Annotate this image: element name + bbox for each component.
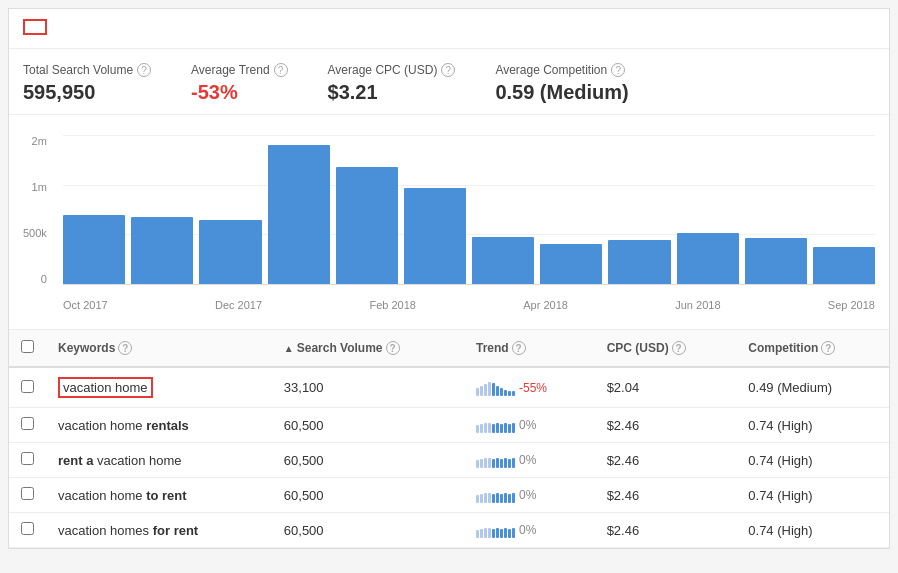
th-competition-label: Competition [748, 341, 818, 355]
row-checkbox-cell-3 [9, 478, 46, 513]
x-label-0: Oct 2017 [63, 299, 108, 311]
trend-bars-icon [476, 380, 515, 396]
bar-9 [677, 233, 739, 285]
trend-mini-bar [476, 495, 479, 503]
competition-cell-0: 0.49 (Medium) [736, 367, 889, 408]
sort-arrow-icon: ▲ [284, 343, 294, 354]
trend-mini-bar [476, 460, 479, 468]
trend-value-0: -55% [519, 381, 547, 395]
bar-7 [540, 244, 602, 285]
cpc-cell-4: $2.46 [595, 513, 737, 548]
trend-cell-inner-1: 0% [476, 417, 583, 433]
trend-mini-bar [488, 493, 491, 503]
trend-cell-4: 0% [464, 513, 595, 548]
bar-group-10 [745, 238, 807, 285]
trend-mini-bar [508, 459, 511, 468]
table-body: vacation home33,100 -55% $2.040.49 (Medi… [9, 367, 889, 548]
stat-label-1: Average Trend ? [191, 63, 288, 77]
trend-bars-icon [476, 452, 515, 468]
row-checkbox-3[interactable] [21, 487, 34, 500]
keyword-bold-part: rent a [58, 453, 97, 468]
table-row: vacation home to rent60,500 0% $2.460.74… [9, 478, 889, 513]
trend-mini-bar [500, 459, 503, 468]
bar-group-0 [63, 215, 125, 285]
cpc-cell-1: $2.46 [595, 408, 737, 443]
trend-mini-bar [484, 384, 487, 396]
trend-mini-bar [496, 423, 499, 433]
table-row: vacation home33,100 -55% $2.040.49 (Medi… [9, 367, 889, 408]
th-search-volume-label: Search Volume [297, 341, 383, 355]
bar-8 [608, 240, 670, 285]
bar-6 [472, 237, 534, 285]
row-checkbox-cell-2 [9, 443, 46, 478]
trend-mini-bar [492, 383, 495, 396]
trend-value-3: 0% [519, 488, 536, 502]
trend-cell-inner-2: 0% [476, 452, 583, 468]
search-volume-cell-4: 60,500 [272, 513, 464, 548]
trend-mini-bar [504, 423, 507, 433]
keyword-plain-part: vacation home [58, 488, 146, 503]
row-checkbox-4[interactable] [21, 522, 34, 535]
competition-cell-3: 0.74 (High) [736, 478, 889, 513]
trend-mini-bar [500, 388, 503, 396]
stat-item-0: Total Search Volume ? 595,950 [23, 63, 151, 104]
trend-mini-bar [504, 493, 507, 503]
bar-11 [813, 247, 875, 285]
stats-row: Total Search Volume ? 595,950 Average Tr… [9, 49, 889, 115]
trend-mini-bar [512, 391, 515, 396]
bars-container [63, 135, 875, 285]
trend-mini-bar [504, 528, 507, 538]
select-all-checkbox[interactable] [21, 340, 34, 353]
bar-group-7 [540, 244, 602, 285]
trend-mini-bar [480, 529, 483, 538]
bar-group-3 [268, 145, 330, 285]
trend-mini-bar [496, 386, 499, 396]
keyword-cell-4: vacation homes for rent [46, 513, 272, 548]
trend-cell-1: 0% [464, 408, 595, 443]
cpc-info-icon: ? [672, 341, 686, 355]
y-label-2: 500k [23, 227, 47, 239]
th-trend-label: Trend [476, 341, 509, 355]
keyword-plain-part: vacation home [63, 380, 148, 395]
bar-group-9 [677, 233, 739, 285]
table-header: Keywords ? ▲ Search Volume ? Trend [9, 330, 889, 367]
row-checkbox-0[interactable] [21, 380, 34, 393]
row-checkbox-cell-0 [9, 367, 46, 408]
row-checkbox-2[interactable] [21, 452, 34, 465]
x-label-3: Apr 2018 [523, 299, 568, 311]
th-cpc: CPC (USD) ? [595, 330, 737, 367]
trend-cell-0: -55% [464, 367, 595, 408]
table-row: vacation homes for rent60,500 0% $2.460.… [9, 513, 889, 548]
bar-group-2 [199, 220, 261, 285]
keyword-plain-part: vacation home [58, 523, 143, 538]
stat-item-2: Average CPC (USD) ? $3.21 [328, 63, 456, 104]
trend-mini-bar [488, 382, 491, 396]
trend-mini-bar [484, 493, 487, 503]
trend-mini-bar [512, 458, 515, 468]
keyword-cell-1: vacation home rentals [46, 408, 272, 443]
trend-mini-bar [492, 459, 495, 468]
x-label-5: Sep 2018 [828, 299, 875, 311]
row-checkbox-1[interactable] [21, 417, 34, 430]
th-search-volume[interactable]: ▲ Search Volume ? [272, 330, 464, 367]
stat-label-3: Average Competition ? [495, 63, 628, 77]
stat-value-3: 0.59 (Medium) [495, 81, 628, 104]
trend-mini-bar [484, 528, 487, 538]
keyword-cell-2: rent a vacation home [46, 443, 272, 478]
trend-value-2: 0% [519, 453, 536, 467]
search-volume-cell-3: 60,500 [272, 478, 464, 513]
search-volume-cell-1: 60,500 [272, 408, 464, 443]
trend-mini-bar [492, 424, 495, 433]
stat-label-2: Average CPC (USD) ? [328, 63, 456, 77]
bar-group-11 [813, 247, 875, 285]
trend-mini-bar [508, 529, 511, 538]
trend-info-icon: ? [512, 341, 526, 355]
y-label-0: 2m [32, 135, 47, 147]
trend-bars-icon [476, 522, 515, 538]
competition-cell-1: 0.74 (High) [736, 408, 889, 443]
trend-mini-bar [480, 459, 483, 468]
competition-info-icon: ? [821, 341, 835, 355]
trend-mini-bar [492, 494, 495, 503]
bar-3 [268, 145, 330, 285]
trend-mini-bar [488, 528, 491, 538]
